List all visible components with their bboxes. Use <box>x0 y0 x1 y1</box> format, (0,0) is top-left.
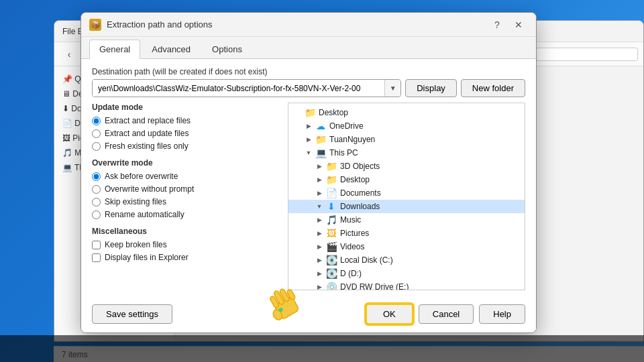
options-column: Update mode Extract and replace files Ex… <box>92 103 280 290</box>
destination-dropdown-button[interactable]: ▼ <box>384 80 400 97</box>
tree-item-1[interactable]: ▶ ☁ OneDrive <box>288 119 525 133</box>
update-mode-option-2[interactable]: Fresh existing files only <box>92 141 280 152</box>
tree-item-13[interactable]: ▶ 💿 DVD RW Drive (E:) <box>288 280 525 290</box>
overwrite-mode-option-1[interactable]: Overwrite without prompt <box>92 184 280 194</box>
dialog-title-buttons: ? ✕ <box>488 17 528 33</box>
overwrite-mode-option-3[interactable]: Rename automatically <box>92 209 280 220</box>
tree-expand-10: ▶ <box>314 241 325 252</box>
dialog-title: Extraction path and options <box>107 19 488 29</box>
tree-expand-12: ▶ <box>314 268 325 279</box>
destination-row: Destination path (will be created if doe… <box>92 67 525 97</box>
tab-advanced[interactable]: Advanced <box>142 40 201 58</box>
tree-expand-2: ▶ <box>303 134 314 145</box>
update-mode-radio-1[interactable] <box>92 129 101 138</box>
tree-expand-8: ▶ <box>314 215 325 225</box>
nav-back-button[interactable]: ‹ <box>60 45 78 64</box>
tree-icon-0: 📁 <box>304 107 316 118</box>
save-settings-button[interactable]: Save settings <box>92 304 172 324</box>
update-mode-radio-2[interactable] <box>92 142 101 151</box>
dialog-footer: Save settings OK Cancel Help <box>81 298 536 333</box>
tree-label-6: Documents <box>340 188 381 198</box>
tab-options[interactable]: Options <box>202 40 252 58</box>
tree-label-8: Music <box>340 215 361 225</box>
tree-item-11[interactable]: ▶ 💽 Local Disk (C:) <box>288 253 525 267</box>
tree-item-2[interactable]: ▶ 📁 TuanNguyen <box>288 133 525 146</box>
tree-icon-10: 🎬 <box>325 241 337 252</box>
overwrite-mode-radio-1[interactable] <box>92 185 101 194</box>
tree-expand-5: ▶ <box>314 174 325 185</box>
destination-label: Destination path (will be created if doe… <box>92 67 525 76</box>
tree-item-3[interactable]: ▼ 💻 This PC <box>288 146 525 160</box>
overwrite-mode-label-3: Rename automatically <box>105 210 184 219</box>
tree-expand-0 <box>292 107 303 118</box>
destination-input[interactable] <box>93 80 384 97</box>
tree-item-5[interactable]: ▶ 📁 Desktop <box>288 173 525 186</box>
help-button[interactable]: Help <box>479 304 525 324</box>
tree-icon-9: 🖼 <box>325 228 337 239</box>
misc-check-0[interactable] <box>92 241 101 249</box>
tree-label-5: Desktop <box>340 175 370 184</box>
tree-expand-4: ▶ <box>314 161 325 172</box>
tree-icon-6: 📄 <box>325 188 337 198</box>
tree-item-4[interactable]: ▶ 📁 3D Objects <box>288 160 525 173</box>
display-button[interactable]: Display <box>405 79 457 97</box>
overwrite-mode-option-0[interactable]: Ask before overwrite <box>92 171 280 182</box>
tree-icon-8: 🎵 <box>325 215 337 225</box>
tree-expand-9: ▶ <box>314 228 325 239</box>
update-mode-option-0[interactable]: Extract and replace files <box>92 115 280 126</box>
update-mode-radio-0[interactable] <box>92 117 101 125</box>
tree-icon-3: 💻 <box>315 147 327 158</box>
update-mode-title: Update mode <box>92 103 280 112</box>
ok-button[interactable]: OK <box>366 304 413 324</box>
tree-icon-1: ☁ <box>315 121 327 131</box>
tree-item-12[interactable]: ▶ 💽 D (D:) <box>288 267 525 280</box>
misc-option-0[interactable]: Keep broken files <box>92 239 280 250</box>
tree-item-0[interactable]: 📁 Desktop <box>288 106 525 119</box>
tree-icon-11: 💽 <box>325 255 337 265</box>
tree-label-10: Videos <box>340 242 364 251</box>
tree-item-6[interactable]: ▶ 📄 Documents <box>288 186 525 200</box>
cancel-button[interactable]: Cancel <box>419 304 474 324</box>
miscellaneous-group: Miscellaneous Keep broken files Display … <box>92 227 280 263</box>
destination-input-row: ▼ Display New folder <box>92 79 525 97</box>
tree-label-13: DVD RW Drive (E:) <box>340 282 409 290</box>
tree-item-7[interactable]: ▼ ⬇ Downloads <box>288 200 525 213</box>
overwrite-mode-radio-0[interactable] <box>92 172 101 181</box>
update-mode-group: Update mode Extract and replace files Ex… <box>92 103 280 152</box>
main-columns: Update mode Extract and replace files Ex… <box>92 103 525 290</box>
misc-check-1[interactable] <box>92 253 101 262</box>
overwrite-mode-option-2[interactable]: Skip existing files <box>92 196 280 207</box>
overwrite-mode-group: Overwrite mode Ask before overwrite Over… <box>92 158 280 220</box>
tab-general[interactable]: General <box>89 40 140 59</box>
overwrite-mode-radio-3[interactable] <box>92 210 101 219</box>
overwrite-mode-label-2: Skip existing files <box>105 197 166 206</box>
extraction-dialog: 📦 Extraction path and options ? ✕ Genera… <box>80 12 537 333</box>
overwrite-mode-radio-2[interactable] <box>92 198 101 206</box>
tree-icon-7: ⬇ <box>325 201 337 212</box>
file-tree[interactable]: 📁 Desktop ▶ ☁ OneDrive ▶ 📁 TuanNguyen ▼ … <box>288 103 525 290</box>
tree-label-2: TuanNguyen <box>329 135 375 144</box>
misc-label-1: Display files in Explorer <box>105 253 189 262</box>
new-folder-button[interactable]: New folder <box>461 79 525 97</box>
tree-item-9[interactable]: ▶ 🖼 Pictures <box>288 227 525 240</box>
dialog-close-button[interactable]: ✕ <box>509 17 528 33</box>
destination-input-wrapper: ▼ <box>92 79 401 97</box>
tree-item-8[interactable]: ▶ 🎵 Music <box>288 213 525 227</box>
dialog-tabs: General Advanced Options <box>81 37 536 59</box>
update-mode-option-1[interactable]: Extract and update files <box>92 128 280 139</box>
tree-icon-12: 💽 <box>325 268 337 279</box>
tree-icon-13: 💿 <box>325 282 337 290</box>
miscellaneous-title: Miscellaneous <box>92 227 280 236</box>
dialog-help-button[interactable]: ? <box>488 17 506 33</box>
tree-label-11: Local Disk (C:) <box>340 255 393 265</box>
overwrite-mode-title: Overwrite mode <box>92 158 280 168</box>
misc-option-1[interactable]: Display files in Explorer <box>92 252 280 263</box>
tree-icon-2: 📁 <box>315 134 327 145</box>
overwrite-mode-label-0: Ask before overwrite <box>105 172 178 181</box>
tree-label-12: D (D:) <box>340 269 362 278</box>
tree-expand-1: ▶ <box>303 121 314 131</box>
tree-item-10[interactable]: ▶ 🎬 Videos <box>288 240 525 253</box>
update-mode-label-1: Extract and update files <box>105 129 189 138</box>
update-mode-label-2: Fresh existing files only <box>105 141 189 151</box>
tree-label-4: 3D Objects <box>340 162 380 171</box>
